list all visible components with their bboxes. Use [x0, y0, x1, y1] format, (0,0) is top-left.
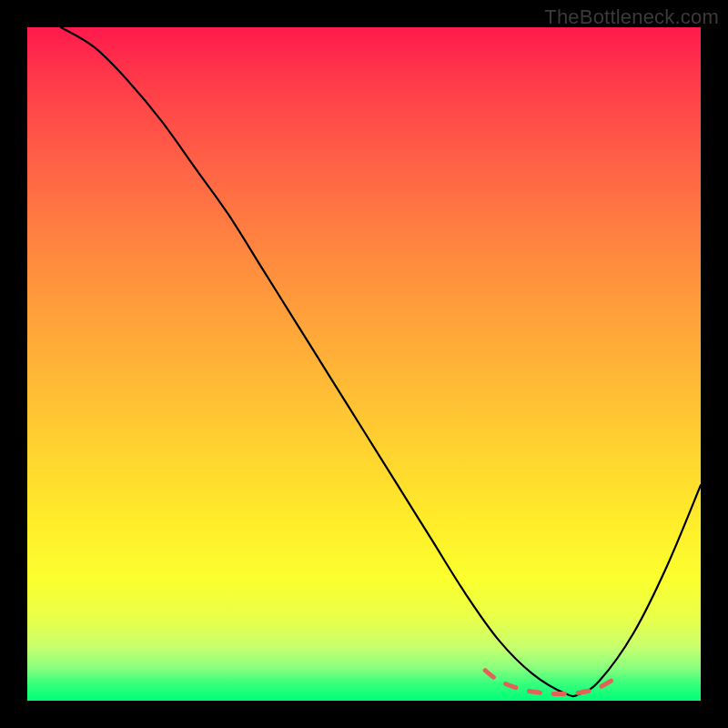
optimal-band-marker: [485, 671, 620, 694]
watermark-label: TheBottleneck.com: [544, 5, 719, 29]
plot-area: [27, 27, 701, 701]
bottleneck-curve: [61, 27, 701, 696]
chart-svg: [27, 27, 701, 701]
chart-frame: TheBottleneck.com: [0, 0, 728, 728]
